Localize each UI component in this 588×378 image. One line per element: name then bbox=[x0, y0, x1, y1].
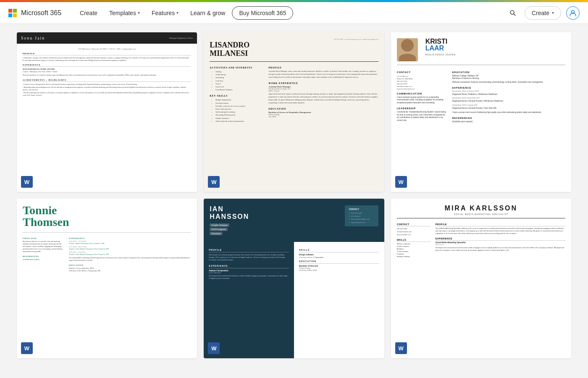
logo[interactable]: Microsoft 365 bbox=[8, 9, 61, 17]
word-icon-badge: W bbox=[395, 176, 407, 188]
nav-learn-grow[interactable]: Learn & grow bbox=[185, 7, 230, 19]
search-icon bbox=[509, 10, 516, 16]
nav-templates[interactable]: Templates ▾ bbox=[104, 7, 145, 19]
template-card-mira[interactable]: MIRA KARLSSON SOCIAL MEDIA MARKETING SPE… bbox=[391, 199, 571, 358]
create-button[interactable]: Create ▾ bbox=[525, 6, 561, 20]
nav-menu: Create Templates ▾ Features ▾ Learn & gr… bbox=[75, 6, 496, 20]
word-icon-badge: W bbox=[208, 176, 220, 188]
nav-features[interactable]: Features ▾ bbox=[147, 7, 184, 19]
template-card-tonnie[interactable]: TonnieThomsen OBJECTIVE My primary objec… bbox=[17, 199, 197, 358]
word-icon-badge: W bbox=[208, 342, 220, 354]
main-content: Sonu Jain Manager Regulatory Affairs 456… bbox=[0, 24, 588, 378]
word-icon-badge: W bbox=[21, 176, 33, 188]
search-button[interactable] bbox=[506, 6, 520, 20]
navbar: Microsoft 365 Create Templates ▾ Feature… bbox=[0, 2, 588, 24]
buy-microsoft-button[interactable]: Buy Microsoft 365 bbox=[232, 6, 293, 20]
chevron-down-icon: ▾ bbox=[138, 10, 140, 15]
brand-name: Microsoft 365 bbox=[21, 9, 61, 17]
chevron-down-icon: ▾ bbox=[552, 10, 554, 15]
template-card-lisandro[interactable]: 716-555-0100 www.interestingsite.com lis… bbox=[204, 32, 384, 192]
profile-photo bbox=[397, 38, 418, 61]
chevron-down-icon: ▾ bbox=[176, 10, 178, 15]
word-icon-badge: W bbox=[21, 342, 33, 354]
microsoft-logo bbox=[8, 9, 17, 17]
user-avatar[interactable] bbox=[566, 6, 580, 20]
template-grid: Sonu Jain Manager Regulatory Affairs 456… bbox=[17, 32, 571, 358]
word-icon-badge: W bbox=[395, 342, 407, 354]
navbar-right: Create ▾ bbox=[506, 6, 580, 20]
nav-create[interactable]: Create bbox=[75, 7, 102, 19]
template-card-sonu[interactable]: Sonu Jain Manager Regulatory Affairs 456… bbox=[17, 32, 197, 192]
template-card-ian[interactable]: IANHANSSON Graphic Designer UI/UX Engine… bbox=[204, 199, 384, 358]
template-card-kristi[interactable]: KRISTILAAR REGISTERED NURSE CONTACT 111 … bbox=[391, 32, 571, 192]
svg-line-1 bbox=[514, 14, 515, 16]
